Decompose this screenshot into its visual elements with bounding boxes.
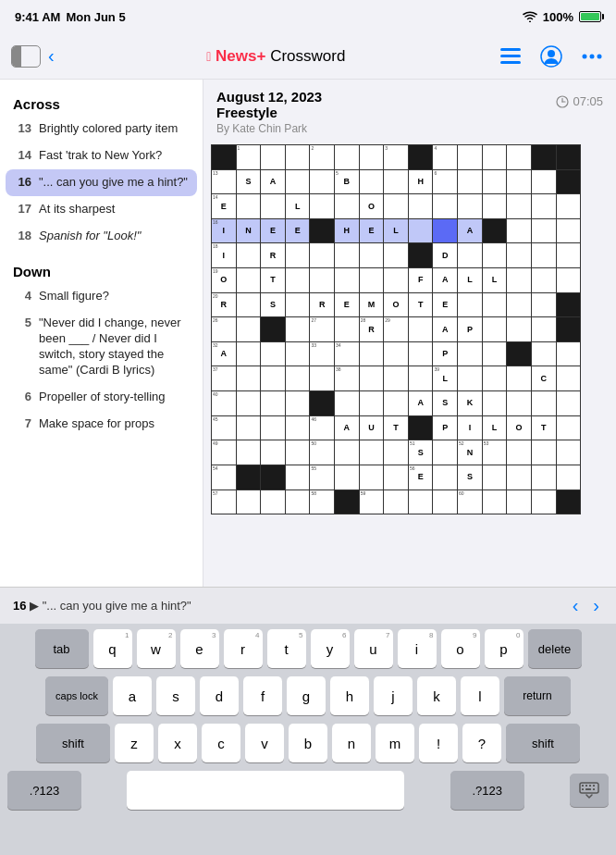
cell-8-4[interactable]: 33	[310, 342, 334, 366]
cell-5-6[interactable]	[360, 268, 384, 292]
cell-14-1[interactable]	[237, 490, 261, 514]
key-u[interactable]: u7	[354, 629, 393, 668]
cell-0-1[interactable]: 1	[237, 145, 261, 169]
cell-8-2[interactable]	[261, 342, 285, 366]
cell-12-7[interactable]	[384, 440, 408, 465]
cell-14-7[interactable]	[384, 490, 408, 514]
cell-9-7[interactable]	[384, 366, 408, 390]
num-pad-right-key[interactable]: .?123	[450, 771, 524, 810]
key-s[interactable]: s	[156, 676, 195, 715]
cell-9-2[interactable]	[261, 366, 285, 390]
cell-12-8[interactable]: 51S	[409, 440, 433, 465]
cell-3-9[interactable]	[433, 219, 457, 243]
cell-10-4[interactable]	[310, 391, 334, 415]
cell-6-6[interactable]: M	[360, 293, 384, 317]
cell-11-2[interactable]	[261, 416, 285, 440]
cell-11-12[interactable]: O	[507, 416, 531, 440]
cell-11-8[interactable]	[409, 416, 433, 440]
cell-0-7[interactable]: 3	[384, 145, 408, 169]
cell-11-7[interactable]: T	[384, 416, 408, 440]
cell-1-9[interactable]: 6	[433, 170, 457, 194]
cell-14-0[interactable]: 57	[212, 490, 236, 514]
cell-5-10[interactable]: L	[458, 268, 482, 292]
cell-14-11[interactable]	[483, 490, 507, 514]
clue-across-13[interactable]: 13 Brightly colored party item	[0, 116, 203, 142]
clue-down-7[interactable]: 7 Make space for props	[0, 411, 203, 438]
cell-1-7[interactable]	[384, 170, 408, 194]
cell-3-11[interactable]	[483, 219, 507, 243]
cell-5-4[interactable]	[310, 268, 334, 292]
cell-12-13[interactable]	[532, 440, 556, 465]
cell-9-6[interactable]	[360, 366, 384, 390]
cell-6-10[interactable]	[458, 293, 482, 317]
cell-10-7[interactable]	[384, 391, 408, 415]
cell-7-2[interactable]	[261, 317, 285, 341]
cell-2-9[interactable]	[433, 194, 457, 218]
cell-6-8[interactable]: T	[409, 293, 433, 317]
cell-10-13[interactable]	[532, 391, 556, 415]
cell-9-3[interactable]	[286, 366, 310, 390]
cell-7-0[interactable]: 26	[212, 317, 236, 341]
cell-14-9[interactable]	[433, 490, 457, 514]
cell-9-14[interactable]	[557, 366, 581, 390]
cell-12-0[interactable]: 49	[212, 440, 236, 465]
cell-9-5[interactable]: 38	[335, 366, 359, 390]
cell-7-9[interactable]: A	[433, 317, 457, 341]
cell-2-7[interactable]	[384, 194, 408, 218]
cell-3-5[interactable]: H	[335, 219, 359, 243]
cell-12-4[interactable]: 50	[310, 440, 334, 465]
cell-3-8[interactable]	[409, 219, 433, 243]
cell-9-4[interactable]	[310, 366, 334, 390]
cell-7-5[interactable]	[335, 317, 359, 341]
cell-2-0[interactable]: 14E	[212, 194, 236, 218]
prev-clue-button[interactable]: ‹	[569, 595, 583, 616]
cell-11-10[interactable]: I	[458, 416, 482, 440]
cell-14-8[interactable]	[409, 490, 433, 514]
cell-12-11[interactable]: 53	[483, 440, 507, 465]
cell-13-0[interactable]: 54	[212, 465, 236, 489]
cell-10-12[interactable]	[507, 391, 531, 415]
cell-11-1[interactable]	[237, 416, 261, 440]
cell-14-14[interactable]	[557, 490, 581, 514]
cell-10-9[interactable]: S	[433, 391, 457, 415]
cell-8-12[interactable]	[507, 342, 531, 366]
cell-1-3[interactable]	[286, 170, 310, 194]
cell-0-12[interactable]	[507, 145, 531, 169]
cell-13-1[interactable]	[237, 465, 261, 489]
key-question[interactable]: ?	[462, 724, 501, 762]
clue-down-5[interactable]: 5 "Never did I change, never been ___ / …	[0, 310, 203, 384]
cell-10-11[interactable]	[483, 391, 507, 415]
cell-1-13[interactable]	[532, 170, 556, 194]
key-w[interactable]: w2	[137, 629, 176, 668]
key-d[interactable]: d	[200, 676, 239, 715]
next-clue-button[interactable]: ›	[589, 595, 603, 616]
cell-7-11[interactable]	[483, 317, 507, 341]
cell-1-14[interactable]	[557, 170, 581, 194]
cell-11-5[interactable]: A	[335, 416, 359, 440]
cell-0-11[interactable]	[483, 145, 507, 169]
cell-6-14[interactable]	[557, 293, 581, 317]
cell-8-8[interactable]	[409, 342, 433, 366]
cell-3-14[interactable]	[557, 219, 581, 243]
cell-4-9[interactable]: D	[433, 243, 457, 267]
cell-14-6[interactable]: 59	[360, 490, 384, 514]
cell-4-11[interactable]	[483, 243, 507, 267]
cell-14-13[interactable]	[532, 490, 556, 514]
cell-6-9[interactable]: E	[433, 293, 457, 317]
cell-1-4[interactable]	[310, 170, 334, 194]
cell-14-4[interactable]: 58	[310, 490, 334, 514]
cell-5-11[interactable]: L	[483, 268, 507, 292]
cell-3-12[interactable]	[507, 219, 531, 243]
cell-13-3[interactable]	[286, 465, 310, 489]
cell-0-0[interactable]	[212, 145, 236, 169]
cell-6-1[interactable]	[237, 293, 261, 317]
key-n[interactable]: n	[332, 724, 371, 762]
cell-2-13[interactable]	[532, 194, 556, 218]
key-m[interactable]: m	[376, 724, 414, 762]
cell-14-12[interactable]	[507, 490, 531, 514]
cell-5-8[interactable]: F	[409, 268, 433, 292]
cell-5-5[interactable]	[335, 268, 359, 292]
cell-5-7[interactable]	[384, 268, 408, 292]
clue-across-17[interactable]: 17 At its sharpest	[0, 196, 203, 223]
key-h[interactable]: h	[330, 676, 369, 715]
